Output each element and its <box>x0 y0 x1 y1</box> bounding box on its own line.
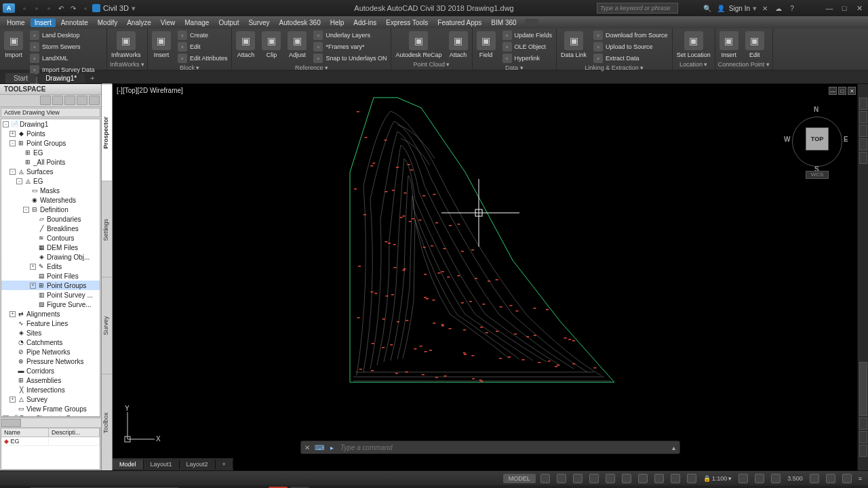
viewcube-wcs[interactable]: WCS <box>806 171 829 179</box>
minimize-button[interactable]: — <box>823 3 835 14</box>
menu-expresstools[interactable]: Express Tools <box>382 18 432 27</box>
tree-drawing-obj-[interactable]: ◈Drawing Obj... <box>1 252 100 262</box>
layouttab-layout2[interactable]: Layout2 <box>180 460 216 469</box>
cmdline-dropdown-icon[interactable]: ▴ <box>667 444 679 451</box>
ribbon-attach-button[interactable]: ▣Attach <box>448 30 469 60</box>
nav-btn6[interactable] <box>859 418 867 430</box>
ribbon-field-button[interactable]: ▣Field <box>475 30 497 60</box>
stayconnected-icon[interactable]: ☁ <box>773 3 784 14</box>
tree-assemblies[interactable]: ⊞Assemblies <box>1 375 100 385</box>
layouttab-layout1[interactable]: Layout1 <box>144 460 180 469</box>
qat-redo-icon[interactable]: ↷ <box>68 3 79 14</box>
toolspace-btn1[interactable] <box>40 96 51 105</box>
menu-survey[interactable]: Survey <box>244 18 273 27</box>
tree-eg[interactable]: -◬EG <box>1 176 100 186</box>
ribbon-clip-button[interactable]: ▣Clip <box>260 30 282 60</box>
status-customize-icon[interactable]: ≡ <box>856 475 864 482</box>
ribbon-snap-to-underlays-on-button[interactable]: ▫Snap to Underlays ON <box>312 53 388 64</box>
ribbon-insert-button[interactable]: ▣Insert <box>718 30 740 60</box>
close-button[interactable]: ✕ <box>853 3 865 14</box>
exchange-icon[interactable]: ✕ <box>760 3 770 14</box>
menu-add-ins[interactable]: Add-ins <box>349 18 380 27</box>
vtab-settings[interactable]: Settings <box>102 181 112 278</box>
toolspace-btn2[interactable] <box>52 96 63 105</box>
qat-save-icon[interactable]: ▫ <box>43 3 54 14</box>
tree-sites[interactable]: ◈Sites <box>1 328 100 338</box>
app-menu-icon[interactable]: A <box>3 3 15 13</box>
status-annoscaleauto-icon[interactable] <box>755 474 764 483</box>
drawing-canvas[interactable]: [-][Top][2D Wireframe] — □ ✕ <box>113 84 868 470</box>
ribbon-adjust-button[interactable]: ▣Adjust <box>286 30 308 60</box>
nav-zoom-icon[interactable] <box>859 125 867 137</box>
nav-btn7[interactable] <box>859 431 867 443</box>
tree-pressure-networks[interactable]: ⊗Pressure Networks <box>1 357 100 366</box>
status-snap-icon[interactable] <box>557 474 566 483</box>
ribbon-panel-label[interactable]: Block ▾ <box>151 64 229 72</box>
status-hardware-icon[interactable] <box>842 474 852 483</box>
status-model-button[interactable]: MODEL <box>503 474 536 483</box>
tree-points[interactable]: +◆Points <box>1 129 100 138</box>
menu-bim360[interactable]: BIM 360 <box>487 18 520 27</box>
tree-boundaries[interactable]: ▱Boundaries <box>1 214 100 224</box>
tree-dem-files[interactable]: ▦DEM Files <box>1 243 100 252</box>
grid-row[interactable]: ◆ EG <box>1 437 100 446</box>
help-icon[interactable]: ? <box>787 3 797 14</box>
tree-masks[interactable]: ▭Masks <box>1 186 100 195</box>
tree-figure-surve-[interactable]: ▧Figure Surve... <box>1 300 100 309</box>
grid-col-desc[interactable]: Descripti... <box>49 428 100 436</box>
menu-help[interactable]: Help <box>326 18 349 27</box>
menu-manage[interactable]: Manage <box>180 18 213 27</box>
ribbon-land-desktop-button[interactable]: ▫Land Desktop <box>28 30 104 41</box>
qat-plot-icon[interactable]: ▫ <box>80 3 91 14</box>
ribbon-hyperlink-button[interactable]: ▫Hyperlink <box>501 53 554 64</box>
nav-orbit-icon[interactable] <box>859 138 867 150</box>
menu-view[interactable]: View <box>157 18 180 27</box>
nav-showmotion-icon[interactable] <box>859 152 867 164</box>
ribbon-underlay-layers-button[interactable]: ▫Underlay Layers <box>312 30 388 41</box>
ribbon-ole-object-button[interactable]: ▫OLE Object <box>501 41 554 52</box>
status-polar-icon[interactable] <box>589 474 599 483</box>
ribbon-landxml-button[interactable]: ▫LandXML <box>28 53 104 64</box>
menu-output[interactable]: Output <box>214 18 243 27</box>
ribbon-edit-button[interactable]: ▫Edit <box>176 41 229 52</box>
cmdline-recent-icon[interactable]: ⌨ <box>313 444 326 451</box>
ribbon-autodesk-recap-button[interactable]: ▣Autodesk ReCap <box>394 30 443 60</box>
status-isodraft-icon[interactable] <box>606 474 615 483</box>
viewcube-e[interactable]: E <box>844 136 848 143</box>
ribbon-panel-label[interactable]: Connection Point ▾ <box>718 60 770 68</box>
menu-autodesk360[interactable]: Autodesk 360 <box>275 18 325 27</box>
tree-watersheds[interactable]: ◉Watersheds <box>1 195 100 205</box>
doctab-drawing1[interactable]: Drawing1* <box>37 73 85 83</box>
tree--all-points[interactable]: ⊞_All Points <box>1 157 100 167</box>
status-monitor-icon[interactable] <box>810 474 819 483</box>
viewcube-n[interactable]: N <box>814 106 818 113</box>
viewcube-top[interactable]: TOP <box>806 127 829 150</box>
tree-point-survey-[interactable]: ▥Point Survey ... <box>1 290 100 300</box>
nav-btn8[interactable] <box>859 445 867 457</box>
ribbon-infraworks-button[interactable]: ▣InfraWorks <box>110 30 142 60</box>
nav-fullnav-icon[interactable] <box>859 98 867 110</box>
vtab-survey[interactable]: Survey <box>102 277 112 374</box>
tree-point-groups[interactable]: +⊞Point Groups <box>1 281 100 290</box>
viewcube-w[interactable]: W <box>784 136 790 143</box>
status-annovis-icon[interactable] <box>738 474 748 483</box>
ribbon-attach-button[interactable]: ▣Attach <box>235 30 256 60</box>
command-line[interactable]: ✕ ⌨ ▸ ▴ <box>300 441 680 454</box>
ribbon-panel-label[interactable]: Location ▾ <box>675 60 712 68</box>
qat-new-icon[interactable]: ▫ <box>19 3 30 14</box>
cmdline-input[interactable] <box>338 444 667 451</box>
toolspace-view-dropdown[interactable]: Active Drawing View <box>1 108 100 117</box>
layouttab-model[interactable]: Model <box>113 460 144 469</box>
tree-point-files[interactable]: ▤Point Files <box>1 271 100 281</box>
menu-modify[interactable]: Modify <box>94 18 121 27</box>
ribbon-update-fields-button[interactable]: ▫Update Fields <box>501 30 554 41</box>
status-workspace-icon[interactable] <box>771 474 781 483</box>
menu-annotate[interactable]: Annotate <box>57 18 92 27</box>
doctab-add-button[interactable]: + <box>86 73 98 83</box>
tree-edits[interactable]: +✎Edits <box>1 262 100 271</box>
tree-point-groups[interactable]: -⊞Point Groups <box>1 138 100 148</box>
status-transparency-icon[interactable] <box>687 474 696 483</box>
tree-catchments[interactable]: ◔Catchments <box>1 338 100 347</box>
ribbon-panel-label[interactable]: Reference ▾ <box>235 64 388 72</box>
ribbon-panel-label[interactable]: InfraWorks ▾ <box>110 60 144 68</box>
